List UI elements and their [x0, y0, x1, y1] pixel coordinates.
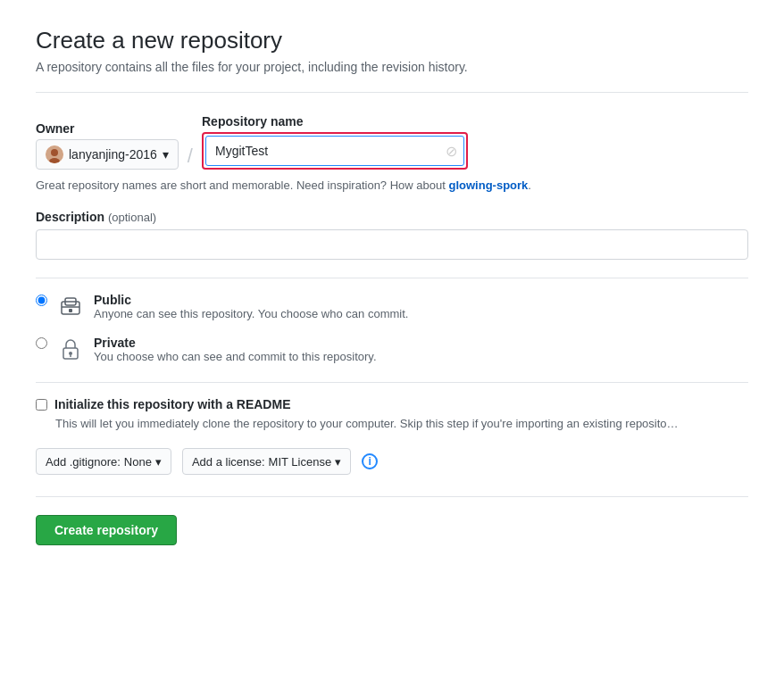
description-label: Description (optional)	[36, 210, 156, 224]
public-text: Public Anyone can see this repository. Y…	[94, 293, 408, 320]
license-label: Add a license:	[192, 455, 265, 469]
visibility-section: Public Anyone can see this repository. Y…	[36, 293, 748, 364]
public-icon	[56, 293, 85, 321]
repo-name-label: Repository name	[202, 114, 468, 129]
page-title: Create a new repository	[36, 27, 748, 54]
readme-label[interactable]: Initialize this repository with a README	[54, 397, 290, 411]
owner-label: Owner	[36, 121, 179, 136]
repo-name-field: Repository name ⊘	[202, 114, 468, 170]
readme-section: Initialize this repository with a README…	[36, 397, 748, 430]
readme-checkbox[interactable]	[36, 399, 47, 411]
clear-icon[interactable]: ⊘	[446, 143, 457, 160]
owner-arrow-icon: ▾	[163, 147, 169, 162]
private-option: Private You choose who can see and commi…	[36, 336, 748, 364]
top-divider	[36, 92, 748, 93]
private-radio[interactable]	[36, 337, 47, 349]
gitignore-label: Add .gitignore:	[46, 455, 121, 469]
page-subtitle: A repository contains all the files for …	[36, 60, 748, 74]
public-label: Public	[94, 293, 408, 307]
repo-name-input[interactable]	[205, 136, 464, 166]
description-input[interactable]	[36, 229, 748, 260]
private-icon	[56, 336, 85, 364]
description-section: Description (optional)	[36, 210, 748, 260]
section-divider-2	[36, 382, 748, 383]
public-radio[interactable]	[36, 295, 47, 306]
section-divider-1	[36, 278, 748, 278]
suggestion-link[interactable]: glowing-spork	[448, 178, 528, 192]
public-option: Public Anyone can see this repository. Y…	[36, 293, 748, 321]
dropdown-row: Add .gitignore: None ▾ Add a license: MI…	[36, 448, 748, 475]
private-label: Private	[94, 336, 377, 350]
owner-repo-row: Owner lanyanjing-2016 ▾ / Repository nam…	[36, 114, 748, 170]
repo-name-wrapper: ⊘	[202, 132, 468, 170]
owner-avatar	[46, 145, 63, 163]
gitignore-value: None	[124, 455, 152, 469]
license-arrow-icon: ▾	[335, 455, 341, 469]
private-text: Private You choose who can see and commi…	[94, 336, 377, 363]
svg-point-1	[51, 149, 58, 156]
info-icon[interactable]: i	[362, 453, 378, 469]
owner-dropdown[interactable]: lanyanjing-2016 ▾	[36, 139, 179, 170]
svg-point-8	[69, 352, 72, 355]
readme-desc: This will let you immediately clone the …	[55, 417, 748, 430]
gitignore-dropdown[interactable]: Add .gitignore: None ▾	[36, 448, 171, 475]
license-dropdown[interactable]: Add a license: MIT License ▾	[182, 448, 351, 475]
owner-value: lanyanjing-2016	[69, 147, 157, 162]
readme-checkbox-row: Initialize this repository with a README	[36, 397, 748, 411]
public-desc: Anyone can see this repository. You choo…	[94, 307, 408, 320]
gitignore-arrow-icon: ▾	[155, 455, 162, 469]
repo-name-input-wrap: ⊘	[205, 136, 464, 166]
svg-rect-6	[69, 309, 72, 312]
bottom-divider	[36, 496, 748, 497]
owner-field: Owner lanyanjing-2016 ▾	[36, 121, 179, 170]
slash-separator: /	[188, 145, 193, 170]
suggestion-text: Great repository names are short and mem…	[36, 178, 748, 192]
license-value: MIT License	[269, 455, 332, 469]
private-desc: You choose who can see and commit to thi…	[94, 350, 377, 363]
create-repository-button[interactable]: Create repository	[36, 515, 177, 545]
